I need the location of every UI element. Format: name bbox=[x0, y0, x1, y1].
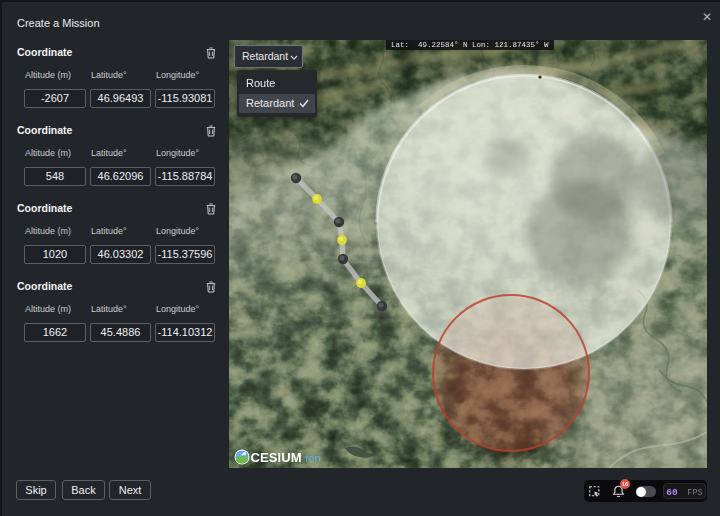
svg-text:CESIUM: CESIUM bbox=[251, 450, 302, 465]
svg-text:ion: ion bbox=[306, 452, 321, 464]
